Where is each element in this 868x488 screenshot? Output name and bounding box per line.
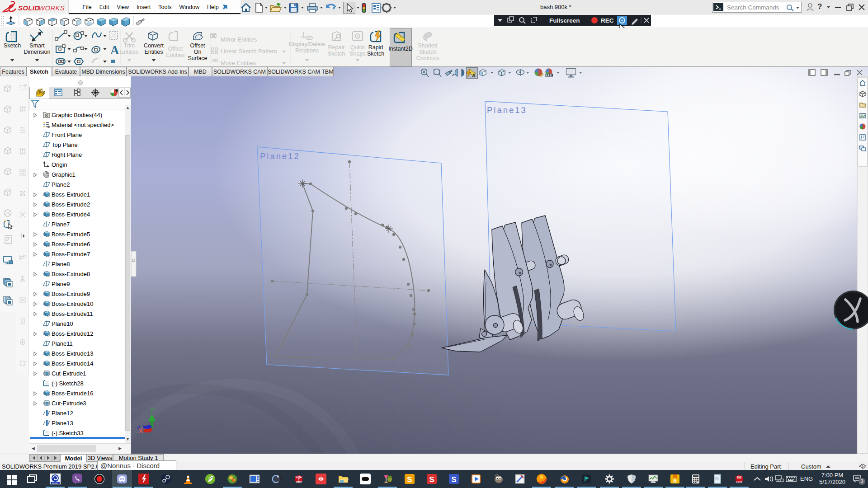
svg-text:Mirror Entities: Mirror Entities	[221, 36, 257, 43]
svg-text:SW: SW	[737, 476, 742, 479]
svg-text:Trim: Trim	[124, 42, 135, 49]
svg-text:WORKS: WORKS	[38, 4, 65, 12]
svg-text:Entities: Entities	[166, 52, 185, 58]
svg-text:Convert: Convert	[144, 42, 164, 49]
svg-text:trocen: trocen	[52, 482, 58, 484]
svg-text:Surface: Surface	[188, 55, 207, 61]
svg-text:Instant2D: Instant2D	[388, 46, 413, 52]
svg-text:19: 19	[230, 476, 232, 479]
svg-text:S: S	[429, 475, 434, 484]
svg-text:SW: SW	[297, 475, 302, 479]
svg-text:S: S	[407, 475, 412, 484]
svg-text:Contours: Contours	[416, 55, 439, 61]
svg-text:Z: Z	[137, 424, 141, 431]
svg-text:Quick: Quick	[350, 44, 365, 51]
svg-text:S: S	[673, 478, 677, 484]
svg-text:Sketch: Sketch	[367, 51, 384, 57]
svg-text:Entities: Entities	[145, 49, 163, 55]
svg-text:Snaps: Snaps	[349, 51, 365, 57]
svg-text:2019: 2019	[296, 480, 302, 483]
svg-text:On: On	[194, 49, 202, 55]
svg-text:REC: REC	[601, 17, 614, 24]
svg-text:Rapid: Rapid	[368, 44, 383, 51]
svg-text:SOLID: SOLID	[18, 4, 39, 12]
svg-text:Move Entities: Move Entities	[221, 60, 256, 66]
svg-text:Relations: Relations	[295, 47, 319, 54]
svg-text:Shaded: Shaded	[418, 42, 437, 49]
svg-text:Sketch: Sketch	[419, 49, 436, 55]
svg-text:Plane12: Plane12	[260, 151, 300, 161]
svg-text:A: A	[110, 43, 119, 57]
svg-text:Fullscreen: Fullscreen	[549, 17, 580, 24]
svg-text:Dimension: Dimension	[24, 49, 50, 55]
svg-text:Repair: Repair	[328, 44, 345, 51]
svg-text:Entities: Entities	[120, 49, 139, 55]
svg-text:Smart: Smart	[29, 42, 45, 49]
svg-text:Display/Delete: Display/Delete	[289, 41, 326, 47]
svg-text:S: S	[451, 475, 456, 484]
svg-text:Offset: Offset	[168, 46, 183, 52]
svg-text:Sketch: Sketch	[4, 42, 21, 49]
svg-text:Linear Sketch Pattern: Linear Sketch Pattern	[221, 48, 277, 55]
svg-text:17: 17	[232, 479, 235, 482]
svg-text:A: A	[472, 73, 476, 78]
svg-text:Offset: Offset	[190, 42, 205, 49]
svg-text:2019: 2019	[736, 480, 742, 483]
svg-text:Sketch: Sketch	[328, 51, 345, 57]
svg-text:Plane13: Plane13	[487, 105, 527, 115]
